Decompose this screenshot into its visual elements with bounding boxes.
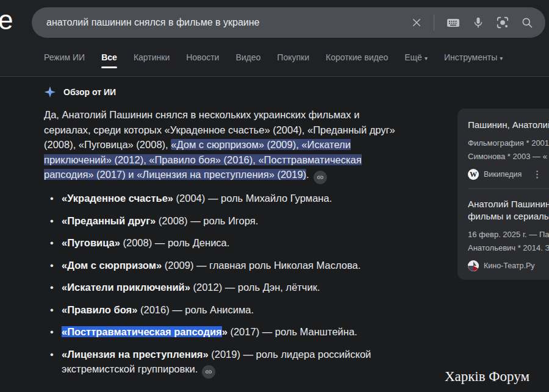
card-snippet: Фильмография * 2001: [468, 137, 549, 150]
tab-shopping[interactable]: Покупки: [277, 52, 309, 71]
ai-overview-header: Обзор от ИИ: [44, 86, 116, 98]
list-item: «Правило боя» (2016) — роль Анисима.: [44, 302, 398, 318]
source-row: W Википедия ⋮: [468, 169, 549, 180]
results-main: Обзор от ИИ Да, Анатолий Пашинин снялся …: [0, 77, 549, 392]
card-title[interactable]: Пашинин, Анатолий: [468, 119, 549, 131]
film-title: «Пуговица»: [62, 237, 120, 248]
list-item: «Дом с сюрпризом» (2009) — главная роль …: [44, 258, 398, 273]
tab-short-videos[interactable]: Короткие видео: [326, 52, 388, 71]
tab-images[interactable]: Картинки: [134, 52, 170, 71]
film-title: «Дом с сюрпризом»: [62, 260, 162, 271]
icon-divider: [434, 15, 434, 30]
source-link-chip[interactable]: [202, 365, 215, 379]
google-search-results-page: e: [0, 0, 549, 392]
search-header: e: [0, 0, 549, 77]
source-entry-kino-teatr: Анатолий Пашинин: фильмы и сериалы 16 фе…: [468, 198, 549, 271]
card-snippet: Симонова * 2003 — «: [468, 150, 549, 163]
more-options-icon[interactable]: ⋮: [546, 260, 549, 271]
film-title: «Искатели приключений»: [62, 282, 190, 293]
source-name[interactable]: Кино-Театр.Ру: [484, 262, 535, 270]
sidebar-sources-card: Пашинин, Анатолий Фильмография * 2001 Си…: [458, 109, 549, 280]
mic-icon[interactable]: [472, 16, 484, 29]
source-name[interactable]: Википедия: [484, 170, 522, 179]
list-item: «Украденное счастье» (2004) — роль Михай…: [44, 191, 398, 206]
result-tabs: Режим ИИ Все Картинки Новости Видео Поку…: [44, 52, 503, 71]
clear-icon[interactable]: [411, 17, 422, 28]
lens-icon[interactable]: [496, 16, 509, 29]
tab-news[interactable]: Новости: [186, 52, 219, 71]
google-logo[interactable]: e: [0, 5, 12, 35]
search-icon[interactable]: [521, 16, 533, 29]
keyboard-icon[interactable]: [446, 15, 461, 30]
film-title: «Посттравматическая рапсодия»: [62, 326, 228, 337]
search-input[interactable]: [46, 17, 411, 28]
film-list: «Украденное счастье» (2004) — роль Михай…: [44, 191, 398, 386]
card-snippet: 16 февр. 2025 г. — Па: [468, 228, 549, 241]
ai-sparkle-icon: [44, 86, 56, 98]
paragraph-text-end: .: [306, 169, 309, 180]
wikipedia-icon: W: [468, 169, 479, 180]
list-item: «Посттравматическая рапсодия» (2017) — р…: [44, 324, 398, 340]
tab-ai-mode[interactable]: Режим ИИ: [44, 52, 85, 71]
source-row: Кино-Театр.Ру ⋮: [468, 260, 549, 271]
search-bar-icons: [411, 15, 533, 30]
list-item: «Лицензия на преступления» (2019) — роль…: [44, 347, 398, 379]
kino-teatr-icon: [468, 260, 479, 271]
tab-videos[interactable]: Видео: [235, 52, 260, 71]
source-link-chip[interactable]: [314, 171, 327, 184]
film-title: «Украденное счастье»: [62, 193, 173, 204]
link-icon: [317, 174, 324, 181]
film-title: «Правило боя»: [62, 304, 137, 315]
ai-overview-label: Обзор от ИИ: [63, 87, 116, 97]
card-divider: [468, 188, 549, 189]
search-bar[interactable]: [32, 7, 545, 38]
source-entry-wikipedia: Пашинин, Анатолий Фильмография * 2001 Си…: [468, 119, 549, 180]
tab-all[interactable]: Все: [101, 52, 117, 71]
film-title: «Преданный друг»: [62, 215, 156, 226]
list-item: «Искатели приключений» (2012) — роль Дэн…: [44, 280, 398, 295]
watermark: Харків Форум: [445, 369, 529, 385]
more-options-icon[interactable]: ⋮: [533, 169, 542, 180]
film-title: «Лицензия на преступления»: [62, 349, 209, 360]
chevron-down-icon: ▾: [425, 55, 428, 62]
overview-paragraph: Да, Анатолий Пашинин снялся в нескольких…: [44, 107, 406, 184]
chevron-down-icon: ▾: [500, 55, 503, 62]
tab-more[interactable]: Ещё▾: [404, 52, 428, 71]
card-title[interactable]: Анатолий Пашинин:: [468, 198, 549, 210]
list-item: «Пуговица» (2008) — роль Дениса.: [44, 235, 398, 251]
find-highlight: «Посттравматическая рапсодия: [62, 326, 222, 337]
link-icon: [205, 368, 212, 376]
tab-tools[interactable]: Инструменты▾: [444, 52, 503, 71]
list-item: «Преданный друг» (2008) — роль Игоря.: [44, 213, 398, 229]
card-title[interactable]: фильмы и сериалы: [468, 210, 549, 223]
card-snippet: Анатольевич * 2014. З: [468, 241, 549, 255]
